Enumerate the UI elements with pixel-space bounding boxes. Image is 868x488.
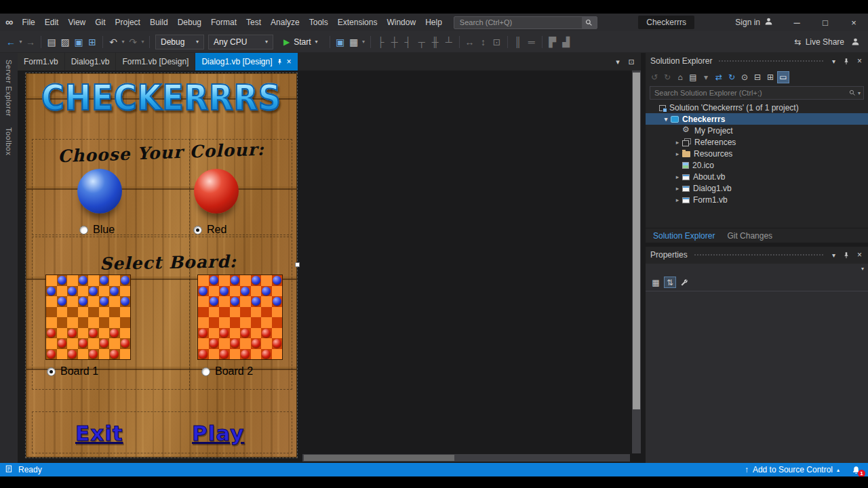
board1-image[interactable] [45,274,131,360]
tab-dialog1-vb[interactable]: Dialog1.vb [65,53,117,70]
collapse-all-icon[interactable]: ⊟ [751,71,764,83]
tree-item-form1-vb[interactable]: ▸Form1.vb [646,194,868,205]
chevron-down-icon[interactable]: ▾ [831,58,837,65]
minimize-button[interactable]: ─ [783,14,811,31]
side-tab-toolbox[interactable]: Toolbox [5,127,13,155]
logo-label[interactable]: CHECKERRRS [26,77,296,118]
form-resize-handle[interactable] [295,262,300,267]
tree-item-resources[interactable]: ▸Resources [646,148,868,159]
maximize-button[interactable]: □ [811,14,840,31]
quick-search-box[interactable]: Search (Ctrl+Q) [454,16,597,29]
tab-dialog1-vb-design[interactable]: Dialog1.vb [Design]× [195,53,298,70]
solution-platforms-dropdown[interactable]: Any CPU ▾ [208,35,273,49]
board2-image[interactable] [197,274,283,360]
object-selector-dropdown[interactable]: ▾ [646,264,868,274]
show-all-files-icon[interactable]: ⊞ [764,71,776,83]
panel-tab-solution-explorer[interactable]: Solution Explorer [647,231,721,241]
tree-item-solution-checkerrrs-1-of-1-project[interactable]: Solution 'Checkerrrs' (1 of 1 project) [646,102,868,113]
menu-item-file[interactable]: File [17,18,39,27]
chevron-collapsed-icon[interactable]: ▸ [673,174,682,180]
align-bottoms-icon[interactable]: ┴ [442,35,456,49]
horizontal-spacing-icon[interactable]: ║ [511,35,525,49]
window-layout-icon[interactable]: ⊡ [625,54,638,69]
form-designer-surface[interactable]: CHECKERRRS Choose Your Colour: Blue Red [18,70,641,463]
notifications-bell-icon[interactable]: 1 [849,464,863,476]
history-forward-icon[interactable]: ↻ [661,71,673,83]
menu-item-help[interactable]: Help [420,18,447,27]
close-icon[interactable]: × [856,56,863,66]
save-icon[interactable]: ▣ [72,35,85,49]
sync-with-active-document-icon[interactable]: ⇄ [713,71,725,83]
horizontal-scrollbar-thumb[interactable] [304,455,454,461]
home-icon[interactable]: ⌂ [674,71,686,83]
pin-icon[interactable] [842,58,851,65]
tree-item-my-project[interactable]: My Project [646,125,868,136]
menu-item-view[interactable]: View [63,18,90,27]
bring-to-front-icon[interactable]: ▛ [546,35,559,49]
play-link[interactable]: Play [192,421,245,445]
chevron-collapsed-icon[interactable]: ▸ [673,150,682,157]
navigate-forward-icon[interactable]: → [24,35,37,49]
chevron-down-icon[interactable]: ▾ [858,90,861,96]
start-debugging-button[interactable]: ▶ Start ▾ [278,34,323,50]
pin-icon[interactable] [277,58,283,65]
tab-form1-vb-design[interactable]: Form1.vb [Design] [116,53,195,70]
redo-caret-icon[interactable]: ▾ [140,35,146,49]
red-sphere-image[interactable] [194,169,239,214]
navigate-back-caret-icon[interactable]: ▾ [18,35,24,49]
tree-item-about-vb[interactable]: ▸About.vb [646,171,868,182]
property-pages-icon[interactable] [678,277,690,288]
pin-icon[interactable] [842,251,851,259]
align-rights-icon[interactable]: ┤ [401,35,415,49]
radio-board2[interactable]: Board 2 [201,365,253,378]
select-board-label[interactable]: Select Board: [100,251,237,274]
tree-item-20-ico[interactable]: 20.ico [646,159,868,171]
chevron-expanded-icon[interactable]: ▾ [661,116,671,123]
menu-item-window[interactable]: Window [382,18,420,27]
menu-item-project[interactable]: Project [111,18,145,27]
menu-item-test[interactable]: Test [241,18,266,27]
side-tab-server-explorer[interactable]: Server Explorer [5,60,13,117]
close-icon[interactable]: × [287,57,292,66]
send-to-back-icon[interactable]: ▟ [559,35,573,49]
radio-circle[interactable] [193,226,202,235]
radio-red[interactable]: Red [193,224,226,236]
exit-link[interactable]: Exit [75,421,123,445]
vertical-scrollbar-thumb[interactable] [633,73,640,409]
menu-item-build[interactable]: Build [145,18,173,27]
solution-configurations-dropdown[interactable]: Debug ▾ [155,35,204,49]
close-button[interactable]: × [840,14,868,31]
new-project-icon[interactable]: ▤ [45,35,58,49]
radio-circle[interactable] [47,367,56,376]
tree-item-references[interactable]: ▸References [646,136,868,148]
undo-caret-icon[interactable]: ▾ [120,35,126,49]
menu-item-tools[interactable]: Tools [304,18,333,27]
align-centers-icon[interactable]: ┼ [388,35,401,49]
open-file-icon[interactable]: ▨ [58,35,72,49]
radio-circle[interactable] [79,226,88,235]
switch-views-icon[interactable]: ▤ [687,71,699,83]
grid-caret-icon[interactable]: ▾ [361,35,367,49]
live-share-button[interactable]: ⇆ Live Share [795,37,844,47]
chevron-collapsed-icon[interactable]: ▸ [673,139,682,146]
chevron-up-icon[interactable]: ▴ [837,467,840,473]
categorized-icon[interactable]: ▦ [650,277,662,288]
history-back-icon[interactable]: ↺ [648,71,660,83]
align-tops-icon[interactable]: ┬ [415,35,429,49]
menu-item-analyze[interactable]: Analyze [266,18,304,27]
navigate-back-icon[interactable]: ← [4,35,18,49]
refresh-icon[interactable]: ↻ [726,71,738,83]
tree-item-dialog1-vb[interactable]: ▸Dialog1.vb [646,182,868,194]
radio-blue[interactable]: Blue [79,224,115,236]
same-width-icon[interactable]: ↔ [463,35,477,49]
menu-item-extensions[interactable]: Extensions [333,18,382,27]
undo-icon[interactable]: ↶ [106,35,120,49]
nesting-icon[interactable]: ⊙ [738,71,751,83]
background-tasks-icon[interactable] [5,464,14,475]
choose-colour-label[interactable]: Choose Your Colour: [58,140,265,167]
horizontal-scrollbar[interactable] [302,454,630,462]
radio-circle[interactable] [201,367,210,376]
chevron-collapsed-icon[interactable]: ▸ [673,197,682,203]
show-grid-icon[interactable]: ▦ [347,35,361,49]
save-all-icon[interactable]: ⊞ [85,35,99,49]
